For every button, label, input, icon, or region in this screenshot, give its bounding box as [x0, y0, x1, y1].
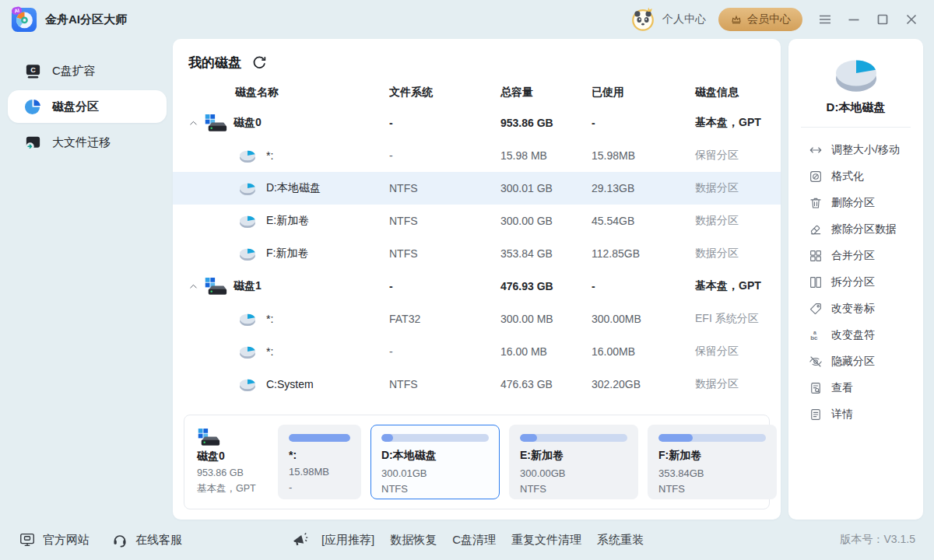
partition-pie-large-icon — [788, 53, 923, 93]
partition-card[interactable]: D:本地磁盘300.01GBNTFS — [370, 425, 500, 499]
sidebar-item[interactable]: 大文件迁移 — [8, 126, 167, 159]
partition-action[interactable]: 擦除分区数据 — [788, 216, 923, 243]
cell-total: 300.00 GB — [500, 215, 592, 227]
cell-name: D:本地磁盘 — [185, 180, 389, 196]
chevron-up-icon[interactable] — [187, 117, 199, 129]
app-title: 金舟AI分区大师 — [45, 12, 127, 27]
partition-card-fs: - — [289, 480, 350, 495]
cell-used: - — [592, 280, 695, 292]
minimize-icon[interactable] — [847, 12, 861, 26]
table-row[interactable]: 磁盘1-476.93 GB-基本盘，GPT — [173, 270, 781, 303]
overview-disk-block[interactable]: 磁盘0 953.86 GB 基本盘，GPT — [194, 428, 269, 496]
table-row[interactable]: *:FAT32300.00 MB300.00MBEFI 系统分区 — [173, 303, 781, 335]
sidebar-item[interactable]: 磁盘分区 — [8, 90, 167, 123]
column-header: 磁盘名称 — [185, 86, 389, 100]
table-row[interactable]: C:SystemNTFS476.63 GB302.20GB数据分区 — [173, 368, 781, 401]
user-center-link[interactable]: 个人中心 — [662, 12, 706, 26]
cell-used: 112.85GB — [592, 247, 695, 260]
partition-card-name: E:新加卷 — [520, 449, 627, 463]
partition-card-name: F:新加卷 — [658, 449, 766, 463]
partition-action[interactable]: 格式化 — [788, 163, 923, 190]
erase-data-icon — [809, 222, 823, 236]
partition-card-fs: NTFS — [658, 481, 766, 497]
table-row[interactable]: *:-15.98 MB15.98MB保留分区 — [173, 139, 781, 172]
c-drive-expand-icon: C — [23, 62, 42, 80]
partition-card[interactable]: F:新加卷353.84GBNTFS — [648, 425, 777, 499]
merge-partition-icon — [809, 249, 823, 263]
promo-items: 数据恢复C盘清理重复文件清理系统重装 — [390, 533, 644, 548]
refresh-button[interactable] — [251, 54, 268, 72]
partition-card-size: 353.84GB — [658, 466, 766, 481]
partition-action[interactable]: 隐藏分区 — [788, 348, 923, 375]
file-migrate-icon — [23, 134, 42, 152]
partition-pie-icon — [238, 344, 257, 359]
cell-info: EFI 系统分区 — [695, 312, 781, 326]
table-row[interactable]: *:-16.00 MB16.00MB保留分区 — [173, 335, 781, 368]
user-avatar[interactable] — [630, 6, 656, 33]
resize-move-icon — [809, 143, 823, 157]
maximize-icon[interactable] — [876, 12, 890, 26]
partition-action[interactable]: 合并分区 — [788, 243, 923, 269]
action-label: 擦除分区数据 — [831, 222, 897, 236]
table-row[interactable]: E:新加卷NTFS300.00 GB45.54GB数据分区 — [173, 205, 781, 237]
table-row[interactable]: F:新加卷NTFS353.84 GB112.85GB数据分区 — [173, 237, 781, 270]
footer-link-label: 官方网站 — [43, 533, 90, 548]
promo-item[interactable]: C盘清理 — [452, 533, 496, 548]
partition-action[interactable]: abc改变盘符 — [788, 322, 923, 348]
table-row[interactable]: 磁盘0-953.86 GB-基本盘，GPT — [173, 107, 781, 139]
cell-used: 302.20GB — [592, 378, 695, 390]
action-label: 隐藏分区 — [831, 355, 875, 369]
partition-card[interactable]: *:15.98MB- — [278, 425, 361, 499]
disk-partition-icon — [23, 98, 42, 116]
action-label: 调整大小/移动 — [831, 143, 900, 157]
action-label: 格式化 — [831, 170, 864, 184]
partition-card[interactable]: E:新加卷300.00GBNTFS — [509, 425, 638, 499]
usage-bar — [381, 434, 489, 442]
cell-total: 353.84 GB — [500, 247, 592, 260]
partition-action[interactable]: 详情 — [788, 401, 923, 428]
disk-overview: 磁盘0 953.86 GB 基本盘，GPT *:15.98MB-D:本地磁盘30… — [184, 415, 770, 509]
overview-disk-size: 953.86 GB — [197, 466, 269, 481]
menu-icon[interactable] — [818, 12, 832, 26]
sidebar-item[interactable]: CC盘扩容 — [8, 54, 167, 87]
usage-bar — [520, 434, 627, 442]
window-controls — [818, 12, 918, 26]
table-row[interactable]: D:本地磁盘NTFS300.01 GB29.13GB数据分区 — [173, 172, 781, 205]
delete-partition-icon — [809, 196, 823, 210]
cell-used: 15.98MB — [592, 149, 695, 162]
row-name: D:本地磁盘 — [266, 181, 321, 195]
partition-pie-icon — [238, 180, 257, 196]
cell-total: 953.86 GB — [500, 117, 592, 129]
titlebar: AI 金舟AI分区大师 个人中心 — [0, 0, 934, 39]
partition-action[interactable]: 调整大小/移动 — [788, 137, 923, 163]
footer-links: 官方网站在线客服 — [19, 531, 182, 548]
hide-partition-icon — [809, 355, 823, 369]
row-name: *: — [266, 313, 273, 325]
action-label: 改变盘符 — [831, 328, 875, 342]
divider — [801, 127, 911, 128]
footer-link[interactable]: 官方网站 — [19, 531, 90, 548]
partition-detail-panel: D:本地磁盘 调整大小/移动格式化删除分区擦除分区数据合并分区拆分分区改变卷标a… — [788, 39, 923, 520]
drive-letter-icon: abc — [809, 328, 823, 342]
promo-item[interactable]: 数据恢复 — [390, 533, 437, 548]
partition-card-name: D:本地磁盘 — [381, 449, 489, 463]
action-label: 改变卷标 — [831, 302, 875, 316]
member-center-button[interactable]: 会员中心 — [718, 8, 802, 31]
partition-action[interactable]: 改变卷标 — [788, 296, 923, 322]
column-header: 磁盘信息 — [695, 86, 781, 100]
close-icon[interactable] — [904, 12, 918, 26]
footer-link-label: 在线客服 — [135, 533, 182, 548]
cell-filesystem: NTFS — [389, 182, 500, 194]
partition-action[interactable]: 删除分区 — [788, 190, 923, 216]
partition-action[interactable]: 拆分分区 — [788, 269, 923, 296]
cell-name: 磁盘1 — [185, 277, 389, 296]
cell-name: E:新加卷 — [185, 213, 389, 229]
footer-link[interactable]: 在线客服 — [111, 531, 182, 548]
action-list: 调整大小/移动格式化删除分区擦除分区数据合并分区拆分分区改变卷标abc改变盘符隐… — [788, 137, 923, 428]
partition-pie-icon — [238, 376, 257, 392]
partition-action[interactable]: 查看 — [788, 375, 923, 401]
promo-item[interactable]: 重复文件清理 — [511, 533, 581, 548]
usage-bar — [658, 434, 766, 442]
promo-item[interactable]: 系统重装 — [597, 533, 644, 548]
chevron-up-icon[interactable] — [187, 281, 199, 292]
